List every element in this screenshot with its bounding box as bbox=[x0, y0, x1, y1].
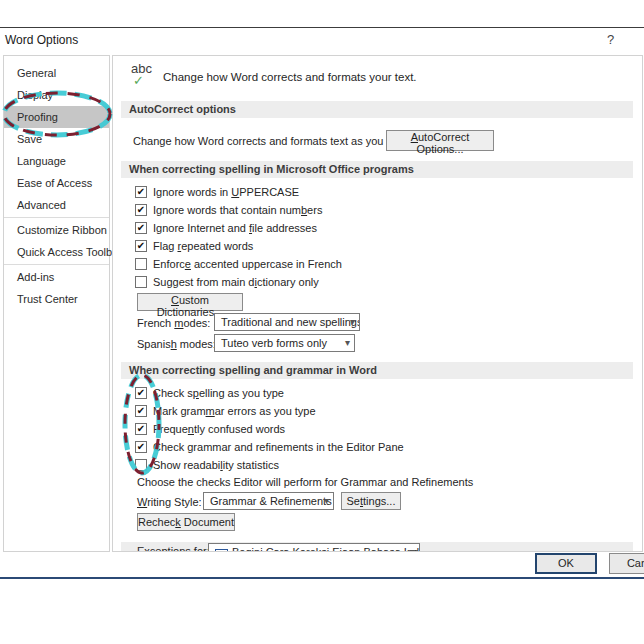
writing-style-dropdown[interactable]: Grammar & Refinements ▾ bbox=[203, 492, 334, 510]
spanish-modes-dropdown[interactable]: Tuteo verb forms only ▾ bbox=[214, 334, 355, 352]
exceptions-document-dropdown[interactable]: WBegini Cara Koreksi Ejaan Bahasa Indo ▾ bbox=[208, 543, 420, 552]
label-flag-repeated: Flag repeated words bbox=[153, 240, 253, 252]
sidebar-divider bbox=[4, 264, 109, 265]
label-mark-grammar: Mark grammar errors as you type bbox=[153, 405, 316, 417]
exceptions-document-value: Begini Cara Koreksi Ejaan Bahasa Indo bbox=[232, 546, 420, 552]
label-ignore-numbers: Ignore words that contain numbers bbox=[153, 204, 322, 216]
checkbox-ignore-numbers[interactable]: ✔ bbox=[135, 204, 147, 216]
window-title: Word Options bbox=[5, 33, 78, 47]
label-check-spelling: Check spelling as you type bbox=[153, 387, 284, 399]
autocorrect-row-label: Change how Word corrects and formats tex… bbox=[133, 135, 410, 147]
sidebar-item-trust-center[interactable]: Trust Center bbox=[4, 288, 109, 310]
exceptions-label: Exceptions for: bbox=[137, 545, 210, 552]
chevron-down-icon: ▾ bbox=[324, 493, 329, 509]
abc-spellcheck-icon: abc ✓ bbox=[131, 61, 161, 89]
writing-style-value: Grammar & Refinements bbox=[210, 495, 332, 507]
section-header-grammar-word: When correcting spelling and grammar in … bbox=[121, 362, 633, 379]
spanish-modes-label: Spanish modes: bbox=[137, 338, 216, 350]
settings-button[interactable]: Settings... bbox=[341, 492, 401, 510]
options-sidebar: General Display Proofing Save Language E… bbox=[3, 55, 110, 552]
titlebar-divider bbox=[0, 27, 644, 28]
sidebar-item-add-ins[interactable]: Add-ins bbox=[4, 266, 109, 288]
sidebar-item-language[interactable]: Language bbox=[4, 150, 109, 172]
label-ignore-uppercase: Ignore words in UPPERCASE bbox=[153, 186, 299, 198]
cancel-button[interactable]: Cancel bbox=[609, 553, 644, 574]
ok-button[interactable]: OK bbox=[535, 553, 597, 574]
custom-dictionaries-button[interactable]: Custom Dictionaries... bbox=[137, 293, 243, 311]
word-document-icon: W bbox=[215, 549, 228, 552]
label-confused-words: Frequently confused words bbox=[153, 423, 285, 435]
checkbox-main-dictionary[interactable] bbox=[135, 276, 147, 288]
checkbox-flag-repeated[interactable]: ✔ bbox=[135, 240, 147, 252]
editor-checks-note: Choose the checks Editor will perform fo… bbox=[137, 476, 473, 488]
section-header-spelling-office: When correcting spelling in Microsoft Of… bbox=[121, 161, 633, 178]
word-options-dialog: { "colors": { "annotation_teal": "#3ec9d… bbox=[0, 0, 644, 644]
sidebar-item-ease-of-access[interactable]: Ease of Access bbox=[4, 172, 109, 194]
chevron-down-icon: ▾ bbox=[410, 544, 415, 552]
checkbox-accented-uppercase[interactable] bbox=[135, 258, 147, 270]
checkbox-readability[interactable] bbox=[135, 459, 147, 471]
label-accented-uppercase: Enforce accented uppercase in French bbox=[153, 258, 342, 270]
section-header-autocorrect: AutoCorrect options bbox=[121, 101, 633, 118]
dialog-bottom-accent bbox=[0, 577, 644, 579]
proofing-panel: abc ✓ Change how Word corrects and forma… bbox=[112, 55, 643, 552]
green-check-icon: ✓ bbox=[133, 73, 144, 88]
help-icon[interactable]: ? bbox=[607, 32, 614, 47]
checkbox-editor-pane[interactable]: ✔ bbox=[135, 441, 147, 453]
autocorrect-options-button[interactable]: AutoCorrect Options... bbox=[386, 130, 494, 151]
checkbox-ignore-internet[interactable]: ✔ bbox=[135, 222, 147, 234]
french-modes-dropdown[interactable]: Traditional and new spellings ▾ bbox=[214, 313, 360, 331]
sidebar-item-save[interactable]: Save bbox=[4, 128, 109, 150]
recheck-document-button[interactable]: Recheck Document bbox=[137, 513, 235, 531]
sidebar-item-general[interactable]: General bbox=[4, 62, 109, 84]
spanish-modes-value: Tuteo verb forms only bbox=[221, 337, 327, 349]
checkbox-check-spelling[interactable]: ✔ bbox=[135, 387, 147, 399]
french-modes-label: French modes: bbox=[137, 317, 210, 329]
checkbox-confused-words[interactable]: ✔ bbox=[135, 423, 147, 435]
label-main-dictionary: Suggest from main dictionary only bbox=[153, 276, 319, 288]
french-modes-value: Traditional and new spellings bbox=[221, 316, 360, 328]
checkbox-mark-grammar[interactable]: ✔ bbox=[135, 405, 147, 417]
chevron-down-icon: ▾ bbox=[345, 335, 350, 351]
writing-style-label: Writing Style: bbox=[137, 496, 202, 508]
chevron-down-icon: ▾ bbox=[350, 314, 355, 330]
label-editor-pane: Check grammar and refinements in the Edi… bbox=[153, 441, 404, 453]
sidebar-item-proofing[interactable]: Proofing bbox=[4, 106, 109, 128]
label-ignore-internet: Ignore Internet and file addresses bbox=[153, 222, 317, 234]
sidebar-item-quick-access-toolbar[interactable]: Quick Access Toolbar bbox=[4, 241, 109, 263]
sidebar-item-display[interactable]: Display bbox=[4, 84, 109, 106]
checkbox-ignore-uppercase[interactable]: ✔ bbox=[135, 186, 147, 198]
sidebar-divider bbox=[4, 217, 109, 218]
panel-description: Change how Word corrects and formats you… bbox=[163, 71, 417, 83]
sidebar-item-advanced[interactable]: Advanced bbox=[4, 194, 109, 216]
label-readability: Show readability statistics bbox=[153, 459, 279, 471]
sidebar-item-customize-ribbon[interactable]: Customize Ribbon bbox=[4, 219, 109, 241]
